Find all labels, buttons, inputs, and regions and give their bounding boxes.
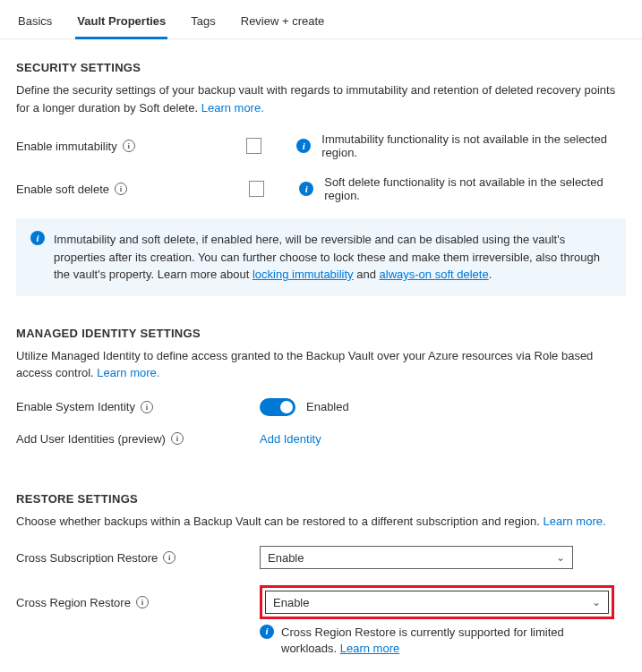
info-icon[interactable]: i [123, 140, 135, 152]
cross-subscription-restore-select[interactable]: Enable ⌄ [260, 546, 573, 569]
tab-basics[interactable]: Basics [16, 9, 54, 38]
info-icon[interactable]: i [171, 432, 184, 445]
security-info-banner: i Immutability and soft delete, if enabl… [16, 218, 626, 296]
tab-tags[interactable]: Tags [189, 9, 217, 38]
immutability-message: Immutability functionality is not availa… [321, 132, 626, 159]
managed-identity-desc: Utilize Managed Identity to define acces… [16, 347, 626, 382]
banner-text: . [489, 268, 492, 281]
info-icon: i [299, 182, 313, 196]
banner-text: and [354, 268, 380, 281]
crr-info-text: Cross Region Restore is currently suppor… [281, 625, 564, 655]
cross-subscription-restore-row: Cross Subscription Restore i Enable ⌄ [16, 546, 626, 569]
select-value: Enable [268, 551, 304, 565]
info-icon[interactable]: i [136, 596, 149, 608]
info-icon: i [260, 625, 274, 639]
enable-system-identity-label: Enable System Identity [16, 400, 135, 413]
enable-immutability-checkbox[interactable] [246, 138, 261, 154]
restore-desc-text: Choose whether backups within a Backup V… [16, 515, 544, 528]
managed-identity-title: MANAGED IDENTITY SETTINGS [16, 327, 626, 340]
crr-info-row: i Cross Region Restore is currently supp… [260, 625, 618, 657]
chevron-down-icon: ⌄ [592, 596, 601, 608]
add-user-identities-label: Add User Identities (preview) [16, 432, 166, 446]
identity-learn-more-link[interactable]: Learn more. [97, 366, 159, 379]
enable-soft-delete-label: Enable soft delete [16, 183, 109, 196]
crr-learn-more-link[interactable]: Learn more [340, 642, 399, 655]
enable-immutability-row: Enable immutability i i Immutability fun… [16, 132, 626, 159]
main-content: SECURITY SETTINGS Define the security se… [0, 39, 642, 666]
info-icon[interactable]: i [141, 401, 153, 413]
tab-bar: Basics Vault Properties Tags Review + cr… [0, 0, 642, 39]
enable-soft-delete-row: Enable soft delete i i Soft delete funct… [16, 175, 626, 202]
enable-immutability-label: Enable immutability [16, 140, 117, 153]
highlight-box: Enable ⌄ [260, 585, 614, 619]
chevron-down-icon: ⌄ [556, 551, 565, 564]
enable-system-identity-row: Enable System Identity i Enabled [16, 398, 626, 416]
enabled-text: Enabled [306, 400, 349, 413]
restore-settings-title: RESTORE SETTINGS [16, 492, 626, 506]
info-icon: i [30, 231, 45, 245]
cross-subscription-restore-label: Cross Subscription Restore [16, 551, 158, 565]
enable-soft-delete-checkbox[interactable] [249, 181, 264, 197]
info-icon[interactable]: i [115, 183, 127, 195]
security-desc-text: Define the security settings of your bac… [16, 83, 615, 115]
info-icon[interactable]: i [163, 551, 175, 564]
always-on-soft-delete-link[interactable]: always-on soft delete [380, 268, 489, 281]
tab-vault-properties[interactable]: Vault Properties [75, 9, 167, 39]
add-identity-link[interactable]: Add Identity [260, 432, 321, 446]
locking-immutability-link[interactable]: locking immutability [253, 268, 354, 281]
tab-review-create[interactable]: Review + create [239, 9, 327, 38]
system-identity-toggle[interactable] [260, 398, 295, 416]
add-user-identities-row: Add User Identities (preview) i Add Iden… [16, 432, 626, 446]
restore-settings-desc: Choose whether backups within a Backup V… [16, 513, 626, 531]
cross-region-restore-label: Cross Region Restore [16, 596, 131, 609]
restore-learn-more-link[interactable]: Learn more. [544, 515, 606, 528]
select-value: Enable [273, 596, 309, 609]
soft-delete-message: Soft delete functionality is not availab… [324, 175, 626, 202]
security-settings-desc: Define the security settings of your bac… [16, 81, 626, 116]
cross-region-restore-select[interactable]: Enable ⌄ [265, 591, 609, 614]
info-icon: i [296, 139, 311, 153]
security-learn-more-link[interactable]: Learn more. [201, 101, 264, 115]
security-settings-title: SECURITY SETTINGS [16, 61, 626, 74]
cross-region-restore-row: Cross Region Restore i Enable ⌄ [16, 585, 626, 619]
